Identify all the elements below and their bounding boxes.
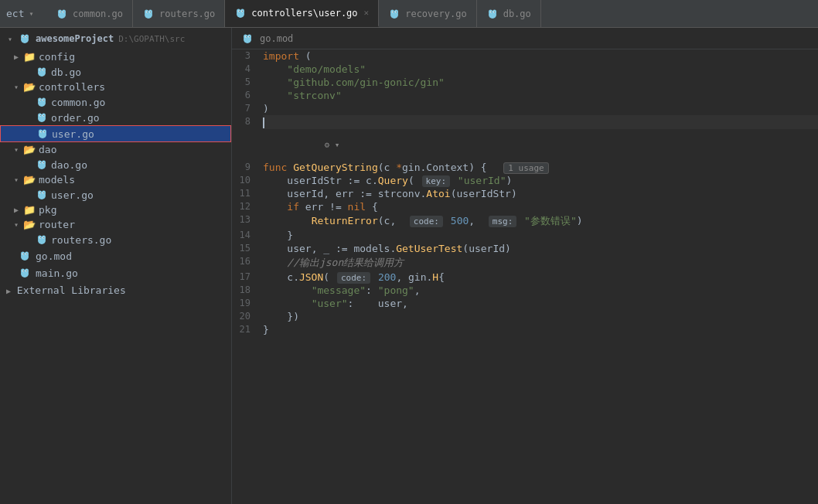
ai-hint-icon: ⚙ ▾ xyxy=(324,140,339,150)
line-num-10: 10 xyxy=(232,174,263,187)
sidebar-item-controllers[interactable]: ▾ 📂 controllers xyxy=(0,80,231,94)
gopher-icon-project xyxy=(19,32,31,45)
line-content-20: }) xyxy=(263,310,818,323)
tab-routers-go-label: routers.go xyxy=(159,9,215,19)
gopher-icon-routers-go xyxy=(36,233,48,246)
code-line-19: 19 "user": user, xyxy=(232,297,818,310)
folder-dao-icon: 📂 xyxy=(23,144,36,155)
sidebar-item-pkg[interactable]: ▶ 📁 pkg xyxy=(0,203,231,217)
code-line-3: 3 import ( xyxy=(232,49,818,63)
code-label-key: key: xyxy=(422,175,451,187)
line-num-20: 20 xyxy=(232,310,263,323)
tab-common-go[interactable]: common.go xyxy=(46,0,133,27)
project-expand-icon: ▾ xyxy=(6,35,14,43)
svg-point-89 xyxy=(40,237,41,238)
controllers-arrow-icon: ▾ xyxy=(12,83,20,91)
sidebar-item-routers-go[interactable]: routers.go xyxy=(0,232,231,247)
line-content-15: user, _ := models.GetUserTest(userId) xyxy=(263,242,818,255)
sidebar-item-models-user-go[interactable]: user.go xyxy=(0,187,231,203)
dao-go-label: dao.go xyxy=(51,159,87,171)
sidebar-item-models[interactable]: ▾ 📂 models xyxy=(0,172,231,187)
project-dropdown[interactable]: ect ▾ xyxy=(0,8,46,19)
line-content-6: "strconv" xyxy=(263,89,818,102)
code-line-6: 6 "strconv" xyxy=(232,89,818,102)
tab-controllers-user-go-label: controllers\user.go xyxy=(251,8,357,19)
svg-point-75 xyxy=(40,162,41,163)
svg-point-69 xyxy=(44,131,45,132)
tab-routers-go[interactable]: routers.go xyxy=(133,0,225,27)
svg-point-83 xyxy=(43,192,44,193)
gopher-icon-common xyxy=(56,8,68,20)
project-path: D:\GOPATH\src xyxy=(118,34,185,44)
sidebar-item-order-go[interactable]: order.go xyxy=(0,110,231,125)
svg-point-41 xyxy=(26,36,27,37)
svg-point-97 xyxy=(26,254,27,254)
sidebar-item-dao[interactable]: ▾ 📂 dao xyxy=(0,142,231,157)
sidebar-item-external-libraries[interactable]: ▶ External Libraries xyxy=(0,281,231,299)
tab-recovery-go[interactable]: recovery.go xyxy=(379,0,476,27)
svg-point-20 xyxy=(242,11,243,12)
line-content-12: if err != nil { xyxy=(263,200,818,213)
sidebar-item-user-go[interactable]: user.go xyxy=(0,125,231,142)
breadcrumb-gopher-icon xyxy=(241,32,254,45)
config-db-go-label: db.go xyxy=(51,66,81,78)
line-num-19: 19 xyxy=(232,297,263,310)
gopher-icon-models-user-go xyxy=(36,189,48,201)
code-line-21: 21 } xyxy=(232,323,818,336)
ai-hint-content: ⚙ ▾ xyxy=(263,129,818,161)
close-tab-icon[interactable]: ✕ xyxy=(364,8,370,18)
dropdown-arrow-icon: ▾ xyxy=(29,9,33,18)
breadcrumb: go.mod xyxy=(232,28,818,49)
svg-point-90 xyxy=(43,237,44,238)
svg-point-19 xyxy=(239,11,240,12)
line-content-19: "user": user, xyxy=(263,297,818,310)
line-num-8: 8 xyxy=(232,115,263,129)
tab-db-go[interactable]: db.go xyxy=(477,0,541,27)
line-num-5: 5 xyxy=(232,76,263,89)
sidebar-item-router[interactable]: ▾ 📂 router xyxy=(0,217,231,232)
title-bar: ect ▾ common.go route xyxy=(0,0,818,28)
ai-hint-row: ⚙ ▾ xyxy=(232,129,818,161)
gopher-icon-db xyxy=(486,8,499,20)
dao-arrow-icon: ▾ xyxy=(12,145,20,154)
models-user-go-label: user.go xyxy=(51,189,94,201)
gopher-icon-main-go xyxy=(19,267,31,279)
line-content-4: "demo/models" xyxy=(263,63,818,76)
line-num-12: 12 xyxy=(232,200,263,213)
line-num-17: 17 xyxy=(232,271,263,284)
svg-point-13 xyxy=(150,12,151,12)
sidebar-item-main-go[interactable]: main.go xyxy=(0,264,231,281)
svg-point-6 xyxy=(63,12,64,12)
project-label: ect xyxy=(6,8,24,19)
line-content-8 xyxy=(263,115,818,129)
svg-point-111 xyxy=(249,36,250,37)
tab-common-go-label: common.go xyxy=(73,9,123,19)
folder-models-icon: 📂 xyxy=(23,174,36,186)
folder-controllers-icon: 📂 xyxy=(23,81,36,93)
sidebar-item-config[interactable]: ▶ 📁 config xyxy=(0,49,231,64)
config-arrow-icon: ▶ xyxy=(12,53,20,61)
sidebar-item-dao-go[interactable]: dao.go xyxy=(0,157,231,172)
line-num-18: 18 xyxy=(232,284,263,297)
svg-point-76 xyxy=(43,162,44,163)
line-content-14: } xyxy=(263,229,818,242)
code-line-16: 16 //输出json结果给调用方 xyxy=(232,255,818,271)
sidebar-item-common-go[interactable]: common.go xyxy=(0,94,231,110)
sidebar-item-config-db-go[interactable]: db.go xyxy=(0,64,231,80)
svg-point-104 xyxy=(26,271,27,271)
svg-point-5 xyxy=(60,12,61,12)
tab-controllers-user-go[interactable]: controllers\user.go ✕ xyxy=(225,0,379,27)
gopher-icon-recovery xyxy=(388,8,400,20)
external-libraries-label: External Libraries xyxy=(17,284,126,296)
code-line-5: 5 "github.com/gin-gonic/gin" xyxy=(232,76,818,89)
line-content-9: func GetQueryString(c *gin.Context) { 1 … xyxy=(263,161,818,174)
project-header[interactable]: ▾ awesomeProject D:\GOPATH\src xyxy=(0,28,231,49)
code-editor[interactable]: 3 import ( 4 "demo/models" 5 "github.com… xyxy=(232,49,818,504)
router-label: router xyxy=(39,219,75,230)
line-num-11: 11 xyxy=(232,187,263,200)
line-num-16: 16 xyxy=(232,255,263,271)
svg-point-47 xyxy=(40,70,41,70)
sidebar-item-go-mod[interactable]: go.mod xyxy=(0,247,231,264)
main-go-label: main.go xyxy=(36,267,78,279)
usage-badge-9: 1 usage xyxy=(503,162,548,174)
